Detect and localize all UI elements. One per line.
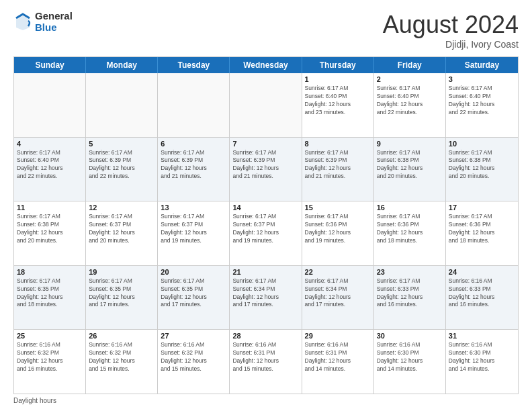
day-info-21: Sunrise: 6:17 AMSunset: 6:34 PMDaylight:… (232, 277, 298, 310)
day-cell-18: 18Sunrise: 6:17 AMSunset: 6:35 PMDayligh… (14, 266, 86, 330)
day-number-13: 13 (161, 203, 226, 212)
title-block: August 2024 Djidji, Ivory Coast (383, 11, 519, 50)
generalblue-icon (13, 13, 32, 32)
day-number-9: 9 (377, 140, 443, 148)
day-number-19: 19 (89, 268, 154, 276)
day-info-10: Sunrise: 6:17 AMSunset: 6:38 PMDaylight:… (449, 149, 515, 181)
day-info-2: Sunrise: 6:17 AMSunset: 6:40 PMDaylight:… (377, 85, 443, 117)
day-info-29: Sunrise: 6:16 AMSunset: 6:31 PMDaylight:… (305, 341, 371, 373)
day-info-17: Sunrise: 6:17 AMSunset: 6:36 PMDaylight:… (449, 213, 515, 245)
day-info-8: Sunrise: 6:17 AMSunset: 6:39 PMDaylight:… (305, 149, 371, 181)
day-info-14: Sunrise: 6:17 AMSunset: 6:37 PMDaylight:… (232, 213, 298, 245)
weekday-header-saturday: Saturday (446, 57, 518, 73)
day-info-27: Sunrise: 6:16 AMSunset: 6:32 PMDaylight:… (161, 341, 226, 373)
header: General Blue August 2024 Djidji, Ivory C… (13, 11, 519, 50)
day-info-7: Sunrise: 6:17 AMSunset: 6:39 PMDaylight:… (232, 149, 298, 181)
day-number-2: 2 (377, 75, 443, 83)
day-cell-8: 8Sunrise: 6:17 AMSunset: 6:39 PMDaylight… (302, 138, 374, 201)
calendar-row-2: 11Sunrise: 6:17 AMSunset: 6:38 PMDayligh… (14, 201, 518, 266)
weekday-header-friday: Friday (374, 57, 446, 73)
logo-general-text: General (35, 11, 73, 22)
day-info-26: Sunrise: 6:16 AMSunset: 6:32 PMDaylight:… (89, 341, 154, 373)
day-cell-31: 31Sunrise: 6:16 AMSunset: 6:30 PMDayligh… (446, 330, 518, 394)
empty-cell (14, 73, 86, 137)
day-cell-19: 19Sunrise: 6:17 AMSunset: 6:35 PMDayligh… (86, 266, 158, 330)
day-info-13: Sunrise: 6:17 AMSunset: 6:37 PMDaylight:… (161, 213, 226, 245)
day-info-30: Sunrise: 6:16 AMSunset: 6:30 PMDaylight:… (377, 341, 443, 373)
day-number-29: 29 (305, 332, 371, 340)
day-cell-27: 27Sunrise: 6:16 AMSunset: 6:32 PMDayligh… (158, 330, 230, 394)
day-number-27: 27 (161, 332, 226, 340)
day-info-24: Sunrise: 6:16 AMSunset: 6:33 PMDaylight:… (449, 277, 515, 310)
weekday-header-wednesday: Wednesday (230, 57, 302, 73)
day-number-28: 28 (232, 332, 298, 340)
day-info-1: Sunrise: 6:17 AMSunset: 6:40 PMDaylight:… (305, 85, 371, 117)
day-info-19: Sunrise: 6:17 AMSunset: 6:35 PMDaylight:… (89, 277, 154, 310)
month-year: August 2024 (383, 11, 519, 39)
day-cell-11: 11Sunrise: 6:17 AMSunset: 6:38 PMDayligh… (14, 201, 86, 265)
day-cell-20: 20Sunrise: 6:17 AMSunset: 6:35 PMDayligh… (158, 266, 230, 330)
daylight-label: Daylight hours (13, 397, 56, 404)
day-number-22: 22 (305, 268, 371, 276)
day-info-18: Sunrise: 6:17 AMSunset: 6:35 PMDaylight:… (17, 277, 83, 310)
day-cell-17: 17Sunrise: 6:17 AMSunset: 6:36 PMDayligh… (446, 201, 518, 265)
day-number-31: 31 (449, 332, 515, 340)
day-cell-21: 21Sunrise: 6:17 AMSunset: 6:34 PMDayligh… (230, 266, 302, 330)
day-cell-3: 3Sunrise: 6:17 AMSunset: 6:40 PMDaylight… (446, 73, 518, 137)
day-cell-7: 7Sunrise: 6:17 AMSunset: 6:39 PMDaylight… (230, 138, 302, 201)
day-cell-4: 4Sunrise: 6:17 AMSunset: 6:40 PMDaylight… (14, 138, 86, 201)
day-cell-29: 29Sunrise: 6:16 AMSunset: 6:31 PMDayligh… (302, 330, 374, 394)
calendar: SundayMondayTuesdayWednesdayThursdayFrid… (13, 56, 519, 394)
day-number-25: 25 (17, 332, 83, 340)
day-info-28: Sunrise: 6:16 AMSunset: 6:31 PMDaylight:… (232, 341, 298, 373)
day-number-24: 24 (449, 268, 515, 276)
day-info-9: Sunrise: 6:17 AMSunset: 6:38 PMDaylight:… (377, 149, 443, 181)
day-cell-23: 23Sunrise: 6:17 AMSunset: 6:33 PMDayligh… (374, 266, 446, 330)
day-info-3: Sunrise: 6:17 AMSunset: 6:40 PMDaylight:… (449, 85, 515, 117)
day-cell-15: 15Sunrise: 6:17 AMSunset: 6:36 PMDayligh… (302, 201, 374, 265)
day-number-7: 7 (232, 140, 298, 148)
day-number-1: 1 (305, 75, 371, 83)
day-number-30: 30 (377, 332, 443, 340)
empty-cell (230, 73, 302, 137)
day-info-31: Sunrise: 6:16 AMSunset: 6:30 PMDaylight:… (449, 341, 515, 373)
day-number-23: 23 (377, 268, 443, 276)
day-number-4: 4 (17, 140, 83, 148)
day-number-6: 6 (161, 140, 226, 148)
calendar-header: SundayMondayTuesdayWednesdayThursdayFrid… (14, 57, 518, 73)
day-number-14: 14 (232, 203, 298, 212)
day-info-22: Sunrise: 6:17 AMSunset: 6:34 PMDaylight:… (305, 277, 371, 310)
location: Djidji, Ivory Coast (383, 39, 519, 50)
day-cell-16: 16Sunrise: 6:17 AMSunset: 6:36 PMDayligh… (374, 201, 446, 265)
calendar-row-4: 25Sunrise: 6:16 AMSunset: 6:32 PMDayligh… (14, 330, 518, 394)
calendar-body: 1Sunrise: 6:17 AMSunset: 6:40 PMDaylight… (14, 73, 518, 394)
day-info-16: Sunrise: 6:17 AMSunset: 6:36 PMDaylight:… (377, 213, 443, 245)
day-cell-5: 5Sunrise: 6:17 AMSunset: 6:39 PMDaylight… (86, 138, 158, 201)
logo-blue-text: Blue (35, 22, 73, 34)
day-number-17: 17 (449, 203, 515, 212)
day-number-26: 26 (89, 332, 154, 340)
day-cell-13: 13Sunrise: 6:17 AMSunset: 6:37 PMDayligh… (158, 201, 230, 265)
day-info-23: Sunrise: 6:17 AMSunset: 6:33 PMDaylight:… (377, 277, 443, 310)
day-cell-26: 26Sunrise: 6:16 AMSunset: 6:32 PMDayligh… (86, 330, 158, 394)
weekday-header-thursday: Thursday (302, 57, 374, 73)
footer-note: Daylight hours (13, 397, 519, 404)
day-info-20: Sunrise: 6:17 AMSunset: 6:35 PMDaylight:… (161, 277, 226, 310)
logo: General Blue (13, 11, 73, 33)
day-cell-25: 25Sunrise: 6:16 AMSunset: 6:32 PMDayligh… (14, 330, 86, 394)
day-number-15: 15 (305, 203, 371, 212)
day-info-12: Sunrise: 6:17 AMSunset: 6:37 PMDaylight:… (89, 213, 154, 245)
day-number-21: 21 (232, 268, 298, 276)
day-info-15: Sunrise: 6:17 AMSunset: 6:36 PMDaylight:… (305, 213, 371, 245)
weekday-header-monday: Monday (86, 57, 158, 73)
empty-cell (86, 73, 158, 137)
empty-cell (158, 73, 230, 137)
day-number-18: 18 (17, 268, 83, 276)
day-info-11: Sunrise: 6:17 AMSunset: 6:38 PMDaylight:… (17, 213, 83, 245)
day-number-3: 3 (449, 75, 515, 83)
day-cell-6: 6Sunrise: 6:17 AMSunset: 6:39 PMDaylight… (158, 138, 230, 201)
calendar-row-3: 18Sunrise: 6:17 AMSunset: 6:35 PMDayligh… (14, 266, 518, 330)
day-number-12: 12 (89, 203, 154, 212)
calendar-row-0: 1Sunrise: 6:17 AMSunset: 6:40 PMDaylight… (14, 73, 518, 138)
day-cell-1: 1Sunrise: 6:17 AMSunset: 6:40 PMDaylight… (302, 73, 374, 137)
